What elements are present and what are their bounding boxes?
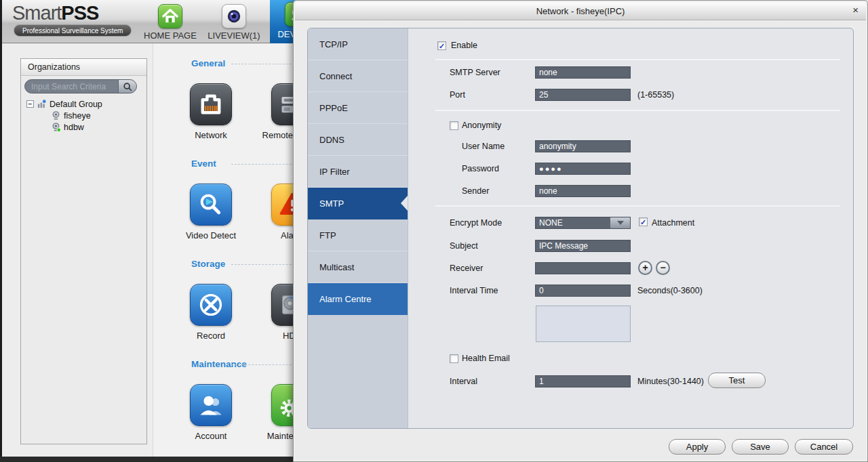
smtp-server-field[interactable] [535, 66, 631, 79]
camera-online-icon [51, 122, 61, 132]
test-button[interactable]: Test [708, 373, 766, 388]
tab-connect[interactable]: Connect [308, 60, 408, 92]
apply-button[interactable]: Apply [669, 439, 726, 455]
anonymity-label: Anonymity [462, 121, 501, 130]
brand-tagline: Professional Surveillance System [14, 24, 132, 37]
encrypt-mode-label: Encrypt Mode [450, 218, 502, 228]
separator [435, 110, 840, 111]
subject-field[interactable] [535, 240, 631, 252]
tree-node-default-group[interactable]: − Default Group [26, 98, 102, 110]
tree-group-label: Default Group [50, 100, 102, 109]
dialog-title: Network - fisheye(IPC) [295, 2, 866, 20]
interval-label: Interval [450, 377, 477, 386]
user-name-field[interactable] [535, 140, 631, 152]
nav-home-page[interactable]: HOME PAGE [144, 3, 197, 41]
organizations-title: Organizations [21, 59, 146, 76]
anonymity-checkbox[interactable] [450, 121, 458, 130]
smtp-server-label: SMTP Server [450, 68, 500, 77]
category-label-account[interactable]: Account [163, 431, 258, 441]
tab-tcpip[interactable]: TCP/IP [308, 28, 408, 60]
add-receiver-button[interactable]: + [638, 261, 652, 275]
tab-smtp[interactable]: SMTP [308, 188, 408, 219]
tab-ip-filter[interactable]: IP Filter [308, 156, 408, 188]
health-email-label: Health Email [462, 354, 510, 363]
app-window: SmartPSS Professional Surveillance Syste… [0, 0, 868, 462]
app-logo: SmartPSS [12, 2, 98, 24]
search-button[interactable] [118, 80, 136, 93]
nav-liveview[interactable]: LIVEVIEW(1) [208, 3, 260, 41]
receiver-field[interactable] [535, 262, 631, 274]
dialog-tab-list: TCP/IP Connect PPPoE DDNS IP Filter SMTP… [308, 28, 408, 428]
collapse-expander-icon[interactable]: − [26, 100, 34, 108]
network-icon[interactable] [190, 83, 232, 125]
tab-multicast[interactable]: Multicast [308, 251, 408, 283]
tree-node-hdbw[interactable]: hdbw [51, 121, 84, 133]
home-icon [158, 4, 182, 28]
health-email-checkbox[interactable] [450, 354, 458, 363]
separator [435, 59, 840, 60]
network-dialog: Network - fisheye(IPC) × TCP/IP Connect … [293, 0, 868, 462]
window-left-edge [0, 0, 2, 462]
receiver-label: Receiver [450, 264, 483, 273]
attachment-checkbox[interactable]: ✓ [639, 217, 648, 226]
camera-icon [51, 110, 61, 121]
tree-device-label: fisheye [64, 111, 91, 121]
search-box [24, 79, 137, 93]
section-title-general: General [191, 58, 225, 68]
separator [435, 205, 840, 207]
encrypt-mode-dropdown-button[interactable] [610, 217, 631, 229]
password-label: Password [462, 164, 499, 173]
encrypt-mode-select[interactable] [535, 217, 611, 229]
interval-time-label: Interval Time [450, 286, 498, 295]
remove-receiver-button[interactable]: − [656, 261, 670, 275]
tab-pppoe[interactable]: PPPoE [308, 92, 408, 124]
dialog-content-panel: TCP/IP Connect PPPoE DDNS IP Filter SMTP… [307, 28, 854, 429]
sender-field[interactable] [535, 185, 631, 197]
interval-time-hint: Seconds(0-3600) [637, 286, 703, 295]
liveview-icon [222, 4, 246, 28]
enable-checkbox[interactable]: ✓ [437, 41, 446, 50]
cancel-button[interactable]: Cancel [795, 439, 853, 455]
account-icon[interactable] [190, 384, 232, 426]
interval-hint: Minutes(30-1440) [637, 377, 704, 386]
nav-home-label: HOME PAGE [144, 30, 197, 41]
interval-field[interactable] [535, 375, 631, 387]
nav-liveview-label: LIVEVIEW(1) [208, 30, 260, 41]
tab-ddns[interactable]: DDNS [308, 124, 408, 156]
organizations-panel: Organizations − Default Group [20, 58, 147, 444]
category-label-record[interactable]: Record [163, 331, 258, 341]
category-label-video-detect[interactable]: Video Detect [163, 230, 258, 240]
sender-label: Sender [462, 186, 489, 196]
brand-pss: PSS [61, 2, 98, 24]
search-icon [123, 82, 132, 91]
save-button[interactable]: Save [732, 439, 789, 455]
tree-node-fisheye[interactable]: fisheye [51, 110, 91, 121]
brand-smart: Smart [12, 2, 61, 24]
chevron-down-icon [617, 221, 624, 225]
tab-alarm-centre[interactable]: Alarm Centre [308, 283, 408, 315]
section-title-storage: Storage [191, 259, 225, 269]
record-icon[interactable] [190, 284, 232, 326]
subject-label: Subject [450, 241, 478, 251]
port-field[interactable] [535, 89, 631, 101]
tree-device-label: hdbw [64, 123, 84, 132]
close-icon[interactable]: × [852, 1, 859, 19]
category-label-network[interactable]: Network [163, 130, 258, 140]
group-icon [37, 99, 47, 109]
password-field[interactable] [535, 163, 631, 175]
user-name-label: User Name [462, 142, 505, 151]
port-label: Port [450, 90, 465, 100]
enable-label: Enable [451, 41, 477, 50]
interval-time-field[interactable] [535, 285, 631, 297]
search-input[interactable] [31, 81, 114, 93]
video-detect-icon[interactable] [190, 184, 232, 226]
tab-ftp[interactable]: FTP [308, 219, 408, 251]
section-title-event: Event [191, 159, 216, 169]
receiver-list[interactable] [536, 306, 631, 342]
attachment-label: Attachment [652, 218, 694, 228]
port-hint: (1-65535) [637, 90, 674, 100]
